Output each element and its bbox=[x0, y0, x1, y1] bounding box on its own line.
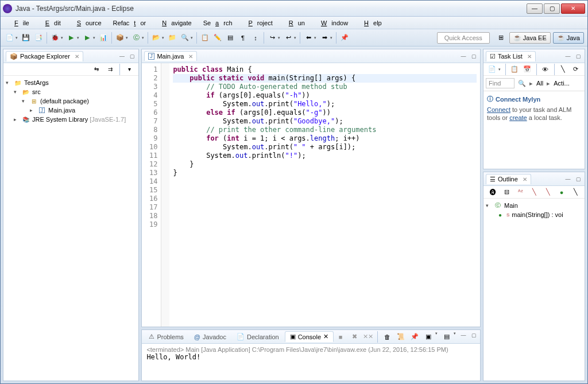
maximize-button[interactable]: ▢ bbox=[544, 3, 560, 14]
filter-all[interactable]: All bbox=[536, 80, 543, 87]
categorize-button[interactable]: 📋 bbox=[509, 64, 520, 75]
perspective-java[interactable]: ☕Java bbox=[553, 32, 584, 44]
pin-button[interactable]: 📌 bbox=[339, 32, 350, 44]
package-tree[interactable]: ▾📁TestArgs ▾📂src ▾⊞(default package) ▸🄹M… bbox=[3, 76, 138, 381]
connect-link[interactable]: Connect bbox=[487, 106, 510, 113]
outline-tree[interactable]: ▾ⒸMain ●S main(String[]) : voi bbox=[483, 199, 585, 381]
folding-ruler[interactable] bbox=[161, 63, 169, 327]
jre-library-node[interactable]: JRE System Library [JavaSE-1.7] bbox=[32, 116, 126, 123]
run-last-button[interactable]: ▶ bbox=[82, 32, 93, 44]
quick-access-field[interactable]: Quick Access bbox=[437, 32, 490, 44]
wand-button[interactable]: ✏️ bbox=[212, 32, 223, 44]
file-node[interactable]: Main.java bbox=[48, 107, 75, 114]
menu-project[interactable]: Project bbox=[239, 18, 277, 28]
tab-javadoc[interactable]: @Javadoc bbox=[189, 332, 231, 342]
hide-local-button[interactable]: ╲ bbox=[542, 187, 554, 198]
coverage-button[interactable]: 📊 bbox=[98, 32, 109, 44]
show-whitespace-button[interactable]: ¶ bbox=[237, 32, 249, 44]
perspective-javaee[interactable]: ☕Java EE bbox=[509, 32, 551, 44]
menu-run[interactable]: Run bbox=[280, 18, 310, 28]
close-button[interactable]: ✕ bbox=[561, 3, 585, 14]
code-editor[interactable]: 12345678910111213141516171819 public cla… bbox=[142, 63, 480, 327]
menu-search[interactable]: Search bbox=[199, 18, 237, 28]
create-link[interactable]: create bbox=[509, 114, 527, 121]
open-task-button[interactable]: 📁 bbox=[167, 32, 178, 44]
view-menu-button[interactable]: ▾ bbox=[123, 64, 135, 75]
menu-help[interactable]: Help bbox=[355, 18, 386, 28]
minimize-view-button[interactable]: — bbox=[564, 175, 572, 183]
maximize-view-button[interactable]: ▢ bbox=[128, 52, 136, 60]
menu-file[interactable]: File bbox=[5, 18, 34, 28]
close-icon[interactable]: ✕ bbox=[188, 53, 193, 60]
tab-declaration[interactable]: 📄Declaration bbox=[232, 332, 284, 342]
schedule-button[interactable]: 📅 bbox=[522, 64, 532, 75]
link-editor-button[interactable]: ⇉ bbox=[105, 64, 116, 75]
find-input[interactable]: Find bbox=[486, 78, 514, 88]
focus-task-button[interactable]: ● bbox=[556, 187, 567, 198]
block-button[interactable]: ▤ bbox=[225, 32, 236, 44]
prev-annotation-button[interactable]: ↩ bbox=[283, 32, 294, 44]
tasklist-tab[interactable]: ☑ Task List ✕ bbox=[486, 51, 536, 61]
code-area[interactable]: public class Main { public static void m… bbox=[169, 63, 480, 327]
project-node[interactable]: TestArgs bbox=[24, 79, 49, 86]
focus-button[interactable]: 👁 bbox=[540, 64, 550, 75]
save-button[interactable]: 💾 bbox=[20, 32, 32, 44]
sort-button[interactable]: 🅐 bbox=[487, 187, 498, 198]
console-body[interactable]: <terminated> Main [Java Application] C:\… bbox=[142, 344, 480, 381]
close-icon[interactable]: ✕ bbox=[323, 333, 328, 340]
maximize-view-button[interactable]: ▢ bbox=[574, 52, 582, 60]
save-all-button[interactable]: 📑 bbox=[33, 32, 44, 44]
new-class-button[interactable]: Ⓒ bbox=[130, 32, 142, 44]
filter-activate[interactable]: Acti... bbox=[554, 80, 570, 87]
remove-all-button[interactable]: ⨯⨯ bbox=[362, 331, 374, 343]
forward-button[interactable]: ➡ bbox=[319, 32, 330, 44]
close-icon[interactable]: ✕ bbox=[523, 176, 527, 183]
outline-method-node[interactable]: main(String[]) : voi bbox=[512, 211, 563, 218]
editor-tab[interactable]: 🄹 Main.java ✕ bbox=[144, 51, 197, 61]
pin-console-button[interactable]: 📌 bbox=[409, 331, 420, 343]
search-button[interactable]: 🔍 bbox=[179, 32, 191, 44]
link-button[interactable]: ╲ bbox=[570, 187, 581, 198]
minimize-view-button[interactable]: — bbox=[459, 331, 467, 339]
new-task-button[interactable]: 📄 bbox=[487, 64, 497, 75]
minimize-view-button[interactable]: — bbox=[118, 52, 126, 60]
sync-button[interactable]: ⟳ bbox=[571, 64, 581, 75]
maximize-view-button[interactable]: ▢ bbox=[574, 175, 582, 183]
hide-nonpublic-button[interactable]: ╲ bbox=[528, 187, 540, 198]
back-button[interactable]: ⬅ bbox=[303, 32, 314, 44]
menu-window[interactable]: Window bbox=[312, 18, 353, 28]
hide-button[interactable]: ╲ bbox=[558, 64, 568, 75]
open-perspective-button[interactable]: ⊞ bbox=[496, 32, 507, 44]
minimize-view-button[interactable]: — bbox=[459, 52, 467, 60]
search-icon[interactable]: 🔍 bbox=[518, 80, 526, 87]
src-folder-node[interactable]: src bbox=[32, 88, 41, 95]
outline-tab[interactable]: ☰ Outline ✕ bbox=[486, 174, 531, 184]
collapse-all-button[interactable]: ⇆ bbox=[91, 64, 102, 75]
menu-edit[interactable]: Edit bbox=[36, 18, 65, 28]
package-node[interactable]: (default package) bbox=[40, 98, 89, 104]
toggle-mark-button[interactable]: 📋 bbox=[199, 32, 211, 44]
tab-problems[interactable]: ⚠Problems bbox=[144, 332, 188, 342]
close-icon[interactable]: ✕ bbox=[75, 53, 79, 60]
minimize-button[interactable]: — bbox=[527, 3, 543, 14]
menu-refactor[interactable]: Refactor bbox=[109, 18, 151, 28]
minimize-view-button[interactable]: — bbox=[564, 52, 572, 60]
open-console-button[interactable]: ▤ bbox=[441, 331, 452, 343]
new-package-button[interactable]: 📦 bbox=[114, 32, 126, 44]
menu-navigate[interactable]: Navigate bbox=[153, 18, 196, 28]
open-type-button[interactable]: 📂 bbox=[150, 32, 162, 44]
terminate-button[interactable]: ■ bbox=[335, 331, 346, 343]
run-button[interactable]: ▶ bbox=[65, 32, 77, 44]
remove-launch-button[interactable]: ✖ bbox=[349, 331, 360, 343]
outline-class-node[interactable]: Main bbox=[504, 202, 518, 209]
next-annotation-button[interactable]: ↪ bbox=[266, 32, 278, 44]
maximize-view-button[interactable]: ▢ bbox=[470, 52, 478, 60]
hide-static-button[interactable]: ᴬᶻ bbox=[514, 187, 526, 198]
package-explorer-tab[interactable]: 📦 Package Explorer ✕ bbox=[6, 51, 83, 61]
new-button[interactable]: 📄 bbox=[4, 32, 16, 44]
tab-console[interactable]: ▣Console✕ bbox=[285, 331, 334, 342]
display-selected-button[interactable]: ▣ bbox=[423, 331, 434, 343]
debug-button[interactable]: 🐞 bbox=[49, 32, 61, 44]
hide-fields-button[interactable]: ⊟ bbox=[501, 187, 512, 198]
clear-console-button[interactable]: 🗑 bbox=[381, 331, 393, 343]
